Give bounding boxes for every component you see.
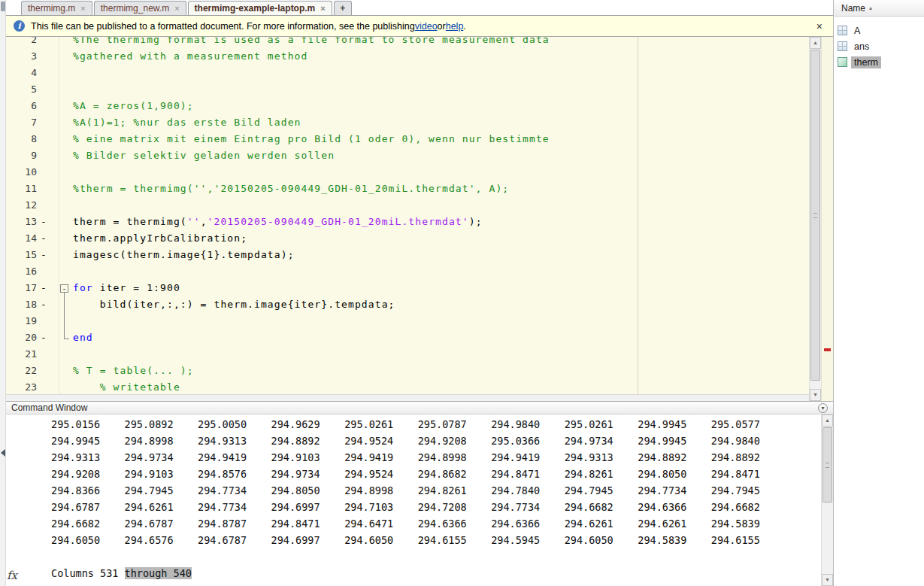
workspace-name-column-header[interactable]: Name ▴: [834, 0, 924, 17]
code-line[interactable]: 16: [6, 263, 809, 280]
code-text: therm = thermimg('','20150205-090449_GDH…: [71, 214, 809, 230]
info-bar-close-icon[interactable]: ×: [813, 21, 826, 32]
panel-menu-icon[interactable]: ▾: [818, 403, 828, 413]
workspace-item-name: ans: [851, 41, 872, 53]
code-fold-mid[interactable]: [51, 313, 71, 329]
scroll-down-icon[interactable]: ▼: [822, 574, 833, 586]
code-line[interactable]: 21: [6, 346, 809, 363]
code-line[interactable]: 14-therm.applyIrbCalibration;: [6, 230, 809, 247]
line-number[interactable]: 19: [6, 313, 41, 329]
line-number[interactable]: 18: [6, 296, 41, 313]
line-number[interactable]: 12: [6, 197, 41, 214]
editor-tab[interactable]: thermimg-example-laptop.m×: [188, 1, 332, 15]
workspace-row[interactable]: therm: [834, 54, 924, 70]
code-line[interactable]: 17--for iter = 1:900: [6, 280, 809, 296]
line-number[interactable]: 17: [6, 280, 41, 296]
workspace-row[interactable]: A: [834, 23, 924, 38]
command-window-output[interactable]: 295.0156 295.0892 295.0050 294.9629 295.…: [6, 414, 821, 586]
code-line[interactable]: 5: [6, 81, 809, 98]
code-editor-surface[interactable]: 2%The thermimg format is used as a file …: [6, 37, 809, 401]
workspace-row[interactable]: ans: [834, 38, 924, 54]
scroll-up-icon[interactable]: ▲: [810, 37, 821, 49]
code-line[interactable]: 22% T = table(... );: [6, 363, 809, 379]
line-number[interactable]: 6: [6, 98, 41, 114]
scroll-down-icon[interactable]: ▼: [810, 389, 821, 401]
code-line[interactable]: 23 % writetable: [6, 379, 809, 394]
code-line[interactable]: 11%therm = thermimg('','20150205-090449_…: [6, 181, 809, 197]
line-number[interactable]: 11: [6, 181, 41, 197]
line-number[interactable]: 22: [6, 363, 41, 379]
line-number[interactable]: 23: [6, 379, 41, 394]
left-splitter-strip[interactable]: [0, 0, 6, 586]
fold-margin: [51, 247, 71, 263]
line-number[interactable]: 16: [6, 263, 41, 280]
code-line[interactable]: 8% eine matrix mit einem Eintrag pro Bil…: [6, 131, 809, 147]
editor-tab[interactable]: thermimg_new.m×: [94, 1, 186, 15]
editor-viewport: 2%The thermimg format is used as a file …: [6, 37, 809, 394]
execution-marker: [41, 131, 51, 147]
line-number[interactable]: 7: [6, 114, 41, 131]
code-line[interactable]: 18- bild(iter,:,:) = therm.image{iter}.t…: [6, 296, 809, 313]
editor-horizontal-scrollbar[interactable]: [6, 394, 809, 401]
line-number[interactable]: 5: [6, 81, 41, 98]
code-line[interactable]: 6%A = zeros(1,900);: [6, 98, 809, 114]
line-number[interactable]: 2: [6, 37, 41, 48]
line-number[interactable]: 20: [6, 329, 41, 346]
editor-message-indicator-ruler[interactable]: [821, 37, 833, 401]
execution-marker: [41, 181, 51, 197]
publish-help-link[interactable]: help: [446, 21, 464, 32]
line-number[interactable]: 21: [6, 346, 41, 363]
code-fold-mid[interactable]: [51, 296, 71, 313]
publish-video-link[interactable]: video: [415, 21, 438, 32]
line-number[interactable]: 13: [6, 214, 41, 230]
line-number[interactable]: 8: [6, 131, 41, 147]
splitter-grip-icon[interactable]: [1, 2, 5, 11]
editor-vertical-scrollbar[interactable]: ▲ ▼: [809, 37, 821, 401]
code-line[interactable]: 4: [6, 65, 809, 81]
code-line[interactable]: 19: [6, 313, 809, 329]
line-number[interactable]: 3: [6, 48, 41, 65]
code-line[interactable]: 2%The thermimg format is used as a file …: [6, 37, 809, 48]
code-line[interactable]: 9% Bilder selektiv geladen werden sollen: [6, 147, 809, 164]
fold-collapse-icon[interactable]: -: [60, 284, 68, 293]
code-line[interactable]: 15-imagesc(therm.image{1}.tempdata);: [6, 247, 809, 263]
fold-margin: [51, 181, 71, 197]
line-number[interactable]: 9: [6, 147, 41, 164]
code-line[interactable]: 7%A(1)=1; %nur das erste Bild laden: [6, 114, 809, 131]
line-number[interactable]: 15: [6, 247, 41, 263]
execution-marker: [41, 65, 51, 81]
code-editor[interactable]: 2%The thermimg format is used as a file …: [6, 37, 833, 401]
execution-marker: -: [41, 214, 51, 230]
matrix-icon: [838, 41, 847, 51]
code-line[interactable]: 13-therm = thermimg('','20150205-090449_…: [6, 214, 809, 230]
lint-error-marker[interactable]: [824, 348, 831, 351]
code-line[interactable]: 12: [6, 197, 809, 214]
scroll-up-icon[interactable]: ▲: [822, 414, 833, 427]
execution-marker: [41, 147, 51, 164]
code-line[interactable]: 10: [6, 164, 809, 181]
editor-scrollbar-thumb[interactable]: [810, 50, 820, 381]
command-window-scrollbar[interactable]: ▲ ▼: [821, 414, 833, 586]
code-text: [71, 164, 809, 181]
line-number[interactable]: 10: [6, 164, 41, 181]
splitter-collapse-arrow-icon[interactable]: [1, 449, 5, 457]
code-fold-end[interactable]: [51, 329, 71, 346]
code-text: [71, 65, 809, 81]
line-number[interactable]: 14: [6, 230, 41, 247]
editor-tab[interactable]: thermimg.m×: [21, 1, 92, 15]
line-number[interactable]: 4: [6, 65, 41, 81]
command-window-titlebar[interactable]: Command Window ▾: [6, 401, 833, 414]
fold-margin: [51, 147, 71, 164]
tab-close-icon[interactable]: ×: [174, 5, 179, 13]
tab-close-icon[interactable]: ×: [80, 5, 85, 13]
code-line[interactable]: 3%gathered with a measurement method: [6, 48, 809, 65]
tab-close-icon[interactable]: ×: [320, 5, 325, 13]
command-scrollbar-thumb[interactable]: [823, 427, 832, 503]
function-hints-fx-button[interactable]: fx: [7, 569, 17, 582]
object-icon: [838, 57, 847, 67]
code-fold-start[interactable]: -: [51, 280, 71, 296]
editor-lines: 2%The thermimg format is used as a file …: [6, 37, 809, 394]
new-tab-button[interactable]: +: [334, 1, 352, 15]
code-line[interactable]: 20-end: [6, 329, 809, 346]
output-row: 295.0156 295.0892 295.0050 294.9629 295.…: [51, 416, 821, 433]
